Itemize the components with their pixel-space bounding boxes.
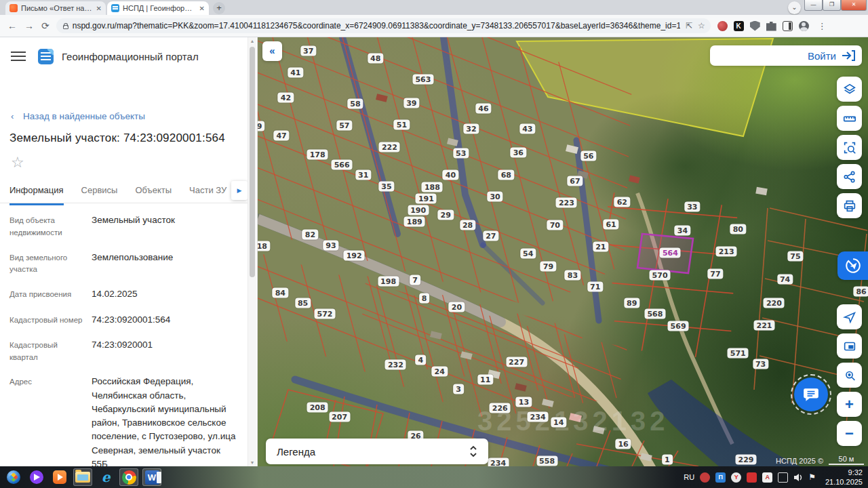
parcel-badge-31[interactable]: 31 — [355, 170, 371, 180]
parcel-badge-33[interactable]: 33 — [684, 202, 700, 212]
volume-icon[interactable] — [793, 473, 803, 482]
scroll-down-icon[interactable]: ▼ — [248, 460, 256, 465]
parcel-badge-563[interactable]: 563 — [412, 75, 433, 85]
chat-widget[interactable] — [791, 374, 834, 418]
parcel-badge-53[interactable]: 53 — [453, 148, 469, 158]
parcel-badge-71[interactable]: 71 — [587, 281, 603, 291]
parcel-badge-1[interactable]: 1 — [662, 454, 673, 464]
print-button[interactable] — [837, 193, 862, 218]
scrollbar-thumb[interactable] — [250, 47, 255, 277]
login-bar[interactable]: Войти — [710, 45, 862, 66]
layers-button[interactable] — [837, 77, 862, 102]
back-to-results-link[interactable]: ‹ Назад в найденные объекты — [11, 111, 145, 121]
parcel-badge-75[interactable]: 75 — [787, 251, 803, 261]
parcel-badge-58[interactable]: 58 — [347, 99, 363, 109]
locate-button[interactable] — [837, 304, 862, 329]
k-extension-icon[interactable]: K — [734, 21, 744, 31]
parcel-badge-42[interactable]: 42 — [278, 93, 294, 103]
sidebar-collapse-button[interactable]: « — [262, 41, 282, 61]
parcel-badge-80[interactable]: 80 — [730, 224, 746, 234]
favorite-star-icon[interactable]: ☆ — [11, 154, 24, 171]
parcel-badge-234[interactable]: 234 — [528, 412, 549, 422]
parcel-badge-11[interactable]: 11 — [477, 375, 493, 385]
login-label[interactable]: Войти — [808, 50, 836, 62]
parcel-badge-570[interactable]: 570 — [650, 270, 671, 281]
parcel-badge-221[interactable]: 221 — [754, 320, 775, 330]
minimize-button[interactable]: — — [804, 0, 823, 11]
parcel-badge-40[interactable]: 40 — [443, 170, 458, 180]
parcel-badge-36[interactable]: 36 — [511, 148, 526, 158]
parcel-badge-7[interactable]: 7 — [410, 275, 420, 285]
pdf-tray-icon[interactable]: A — [762, 472, 772, 483]
flag-icon[interactable]: ⚑ — [808, 472, 816, 482]
parcel-badge-84[interactable]: 84 — [273, 288, 288, 298]
chevrons-updown-icon[interactable] — [469, 445, 477, 458]
maximize-button[interactable]: ❐ — [823, 0, 841, 11]
parcel-badge-35[interactable]: 35 — [378, 182, 394, 192]
parcel-badge-73[interactable]: 73 — [753, 359, 768, 369]
parcel-badge-41[interactable]: 41 — [288, 67, 303, 77]
new-tab-button[interactable]: + — [213, 2, 225, 14]
mini-map-button[interactable] — [837, 333, 862, 359]
parcel-badge-558[interactable]: 558 — [536, 455, 557, 466]
parcel-badge-70[interactable]: 70 — [547, 220, 563, 230]
parcel-badge-77[interactable]: 77 — [707, 268, 723, 279]
parcel-badge-232[interactable]: 232 — [385, 359, 406, 369]
search-location-button[interactable] — [837, 363, 862, 388]
parcel-badge-4[interactable]: 4 — [415, 355, 426, 365]
parcel-badge-198[interactable]: 198 — [378, 277, 399, 287]
zoom-out-button[interactable]: − — [837, 421, 862, 446]
parcel-badge-61[interactable]: 61 — [603, 219, 618, 229]
share-icon[interactable]: ⇱ — [686, 21, 692, 30]
hamburger-menu-icon[interactable] — [11, 52, 26, 61]
parcel-badge-222[interactable]: 222 — [379, 142, 400, 152]
parcel-badge-3[interactable]: 3 — [453, 384, 464, 394]
tray-red-circle-icon[interactable] — [700, 472, 710, 483]
puzzle-icon[interactable] — [766, 21, 776, 31]
parcel-badge-82[interactable]: 82 — [302, 230, 318, 240]
parcel-badge-234[interactable]: 234 — [488, 458, 509, 466]
parcel-badge-190[interactable]: 190 — [408, 205, 429, 216]
parcel-badge-229[interactable]: 229 — [736, 454, 757, 464]
network-icon[interactable] — [778, 472, 788, 483]
parcel-badge-93[interactable]: 93 — [323, 241, 338, 251]
clock[interactable]: 9:32 21.10.2025 — [825, 468, 863, 487]
address-bar[interactable]: nspd.gov.ru/map?thematic=PKK&zoom=17.410… — [56, 18, 711, 33]
parcel-badge-32[interactable]: 32 — [463, 123, 479, 134]
parcel-badge-89[interactable]: 89 — [624, 298, 639, 308]
parcel-badge-571[interactable]: 571 — [728, 348, 749, 358]
browser-tab-nspd[interactable]: НСПД | Геоинформационный п ✕ — [107, 1, 209, 15]
parcel-badge-208[interactable]: 208 — [307, 403, 328, 413]
close-tab-icon[interactable]: ✕ — [96, 5, 102, 12]
parcel-badge-83[interactable]: 83 — [565, 270, 580, 281]
sidebar-scrollbar[interactable]: ▲ ▼ — [248, 37, 256, 466]
parcel-badge-68[interactable]: 68 — [498, 170, 514, 180]
parcel-badge-27[interactable]: 27 — [483, 231, 498, 241]
close-button[interactable]: ✕ — [841, 0, 867, 11]
url-text[interactable]: nspd.gov.ru/map?thematic=PKK&zoom=17.410… — [73, 21, 680, 30]
parcel-badge-46[interactable]: 46 — [475, 104, 491, 114]
parcel-badge-213[interactable]: 213 — [716, 246, 737, 256]
parcel-badge-43[interactable]: 43 — [519, 123, 535, 134]
parcel-badge-20[interactable]: 20 — [449, 302, 465, 312]
parcel-badge-227[interactable]: 227 — [506, 357, 527, 367]
taskbar-ie[interactable]: e — [96, 468, 115, 486]
parcel-badge-29[interactable]: 29 — [438, 210, 454, 220]
measure-button[interactable] — [837, 106, 862, 131]
parcel-badge-86[interactable]: 86 — [853, 286, 868, 296]
taskbar-chrome[interactable] — [119, 468, 138, 486]
parcel-badge-569[interactable]: 569 — [668, 321, 689, 331]
parcel-badge-16[interactable]: 16 — [615, 439, 631, 449]
tab-search-chevron-icon[interactable]: ⌄ — [788, 1, 801, 14]
parcel-badge-51[interactable]: 51 — [394, 120, 410, 130]
reload-icon[interactable]: ⟳ — [41, 20, 50, 31]
profile-icon[interactable] — [799, 21, 809, 31]
parcel-badge-13[interactable]: 13 — [516, 397, 532, 407]
parcel-badge-24[interactable]: 24 — [432, 367, 448, 377]
parcel-badge-572[interactable]: 572 — [315, 309, 336, 319]
back-icon[interactable]: ← — [7, 20, 17, 31]
parcel-badge-47[interactable]: 47 — [273, 130, 289, 140]
shield-extension-icon[interactable] — [750, 21, 760, 31]
pro-panel-button[interactable] — [837, 251, 868, 280]
parcel-badge-30[interactable]: 30 — [487, 191, 502, 201]
